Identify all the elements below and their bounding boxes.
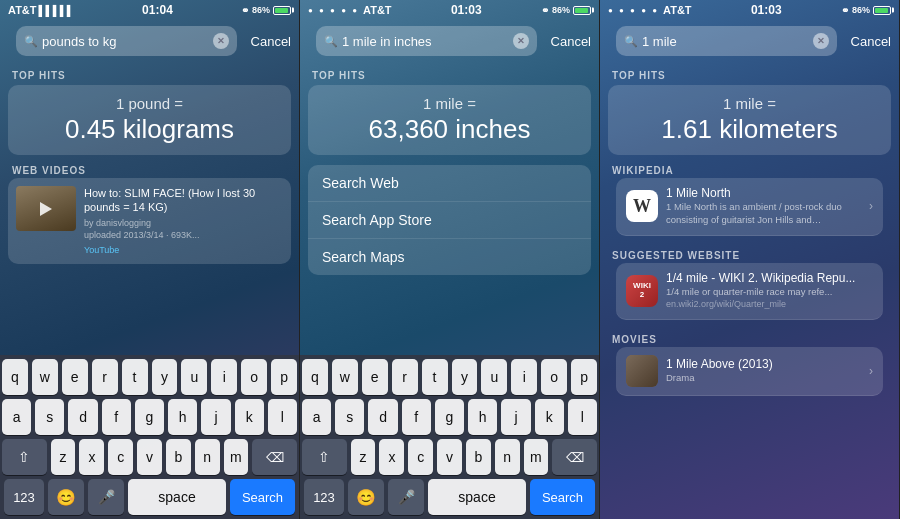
key-backspace[interactable]: ⌫ <box>252 439 297 475</box>
carrier-2: AT&T <box>363 4 392 16</box>
key-x[interactable]: x <box>79 439 104 475</box>
key2-u[interactable]: u <box>481 359 507 395</box>
key2-a[interactable]: a <box>302 399 331 435</box>
result-card-2: 1 mile = 63,360 inches <box>308 85 591 155</box>
key-u[interactable]: u <box>181 359 207 395</box>
key-s[interactable]: s <box>35 399 64 435</box>
key2-z[interactable]: z <box>351 439 376 475</box>
movie-item[interactable]: 1 Mile Above (2013) Drama › <box>616 347 883 396</box>
wiki-icon: W <box>626 190 658 222</box>
wiki2-item-desc: 1/4 mile or quarter-mile race may refe..… <box>666 286 873 312</box>
key2-b[interactable]: b <box>466 439 491 475</box>
key-p[interactable]: p <box>271 359 297 395</box>
search-web-option[interactable]: Search Web <box>308 165 591 202</box>
wiki-item-info: 1 Mile North 1 Mile North is an ambient … <box>666 186 861 227</box>
key-e[interactable]: e <box>62 359 88 395</box>
key-j[interactable]: j <box>201 399 230 435</box>
key2-w[interactable]: w <box>332 359 358 395</box>
key2-r[interactable]: r <box>392 359 418 395</box>
search-maps-option[interactable]: Search Maps <box>308 239 591 275</box>
key2-s[interactable]: s <box>335 399 364 435</box>
key-b[interactable]: b <box>166 439 191 475</box>
cancel-btn-1[interactable]: Cancel <box>251 34 291 49</box>
key-o[interactable]: o <box>241 359 267 395</box>
key-mic[interactable]: 🎤 <box>88 479 124 515</box>
video-item-1[interactable]: How to: SLIM FACE! (How I lost 30 pounds… <box>8 178 291 264</box>
key2-emoji[interactable]: 😊 <box>348 479 384 515</box>
search-bar-1[interactable]: 🔍 pounds to kg ✕ <box>16 26 237 56</box>
key-z[interactable]: z <box>51 439 76 475</box>
cancel-btn-3[interactable]: Cancel <box>851 34 891 49</box>
key2-m[interactable]: m <box>524 439 549 475</box>
key2-p[interactable]: p <box>571 359 597 395</box>
key-y[interactable]: y <box>152 359 178 395</box>
key2-backspace[interactable]: ⌫ <box>552 439 597 475</box>
key-h[interactable]: h <box>168 399 197 435</box>
key-v[interactable]: v <box>137 439 162 475</box>
cancel-btn-2[interactable]: Cancel <box>551 34 591 49</box>
result-equation-2: 1 mile = <box>320 95 579 112</box>
key-w[interactable]: w <box>32 359 58 395</box>
battery-bar-2 <box>573 6 591 15</box>
key-123[interactable]: 123 <box>4 479 44 515</box>
key2-g[interactable]: g <box>435 399 464 435</box>
search-bar-2[interactable]: 🔍 1 mile in inches ✕ <box>316 26 537 56</box>
key-search-1[interactable]: Search <box>230 479 295 515</box>
key2-d[interactable]: d <box>368 399 397 435</box>
key-t[interactable]: t <box>122 359 148 395</box>
key-emoji[interactable]: 😊 <box>48 479 84 515</box>
key2-h[interactable]: h <box>468 399 497 435</box>
top-hits-label-2: TOP HITS <box>300 64 599 85</box>
key2-mic[interactable]: 🎤 <box>388 479 424 515</box>
key2-l[interactable]: l <box>568 399 597 435</box>
key2-y[interactable]: y <box>452 359 478 395</box>
search-appstore-option[interactable]: Search App Store <box>308 202 591 239</box>
key-l[interactable]: l <box>268 399 297 435</box>
result-equation-1: 1 pound = <box>20 95 279 112</box>
key-d[interactable]: d <box>68 399 97 435</box>
key-f[interactable]: f <box>102 399 131 435</box>
key2-space[interactable]: space <box>428 479 526 515</box>
key2-j[interactable]: j <box>501 399 530 435</box>
search-bar-3[interactable]: 🔍 1 mile ✕ <box>616 26 837 56</box>
key2-e[interactable]: e <box>362 359 388 395</box>
key-c[interactable]: c <box>108 439 133 475</box>
top-hits-label-1: TOP HITS <box>0 64 299 85</box>
wikipedia-item[interactable]: W 1 Mile North 1 Mile North is an ambien… <box>616 178 883 236</box>
search-clear-3[interactable]: ✕ <box>813 33 829 49</box>
search-clear-1[interactable]: ✕ <box>213 33 229 49</box>
key2-shift[interactable]: ⇧ <box>302 439 347 475</box>
key-q[interactable]: q <box>2 359 28 395</box>
key-m[interactable]: m <box>224 439 249 475</box>
key2-v[interactable]: v <box>437 439 462 475</box>
suggested-website-item[interactable]: WIKI2 1/4 mile - WIKI 2. Wikipedia Repu.… <box>616 263 883 321</box>
search-query-2[interactable]: 1 mile in inches <box>342 34 509 49</box>
key-shift[interactable]: ⇧ <box>2 439 47 475</box>
search-query-1[interactable]: pounds to kg <box>42 34 209 49</box>
key-n[interactable]: n <box>195 439 220 475</box>
key2-o[interactable]: o <box>541 359 567 395</box>
key-search-2[interactable]: Search <box>530 479 595 515</box>
key2-c[interactable]: c <box>408 439 433 475</box>
key-g[interactable]: g <box>135 399 164 435</box>
key-space[interactable]: space <box>128 479 226 515</box>
time-3: 01:03 <box>751 3 782 17</box>
search-clear-2[interactable]: ✕ <box>513 33 529 49</box>
key-r[interactable]: r <box>92 359 118 395</box>
search-query-3[interactable]: 1 mile <box>642 34 809 49</box>
result-answer-1: 0.45 kilograms <box>20 114 279 145</box>
key2-x[interactable]: x <box>379 439 404 475</box>
key-i[interactable]: i <box>211 359 237 395</box>
key2-f[interactable]: f <box>402 399 431 435</box>
key2-123[interactable]: 123 <box>304 479 344 515</box>
key2-n[interactable]: n <box>495 439 520 475</box>
wikipedia-label: WIKIPEDIA <box>600 161 899 178</box>
key2-q[interactable]: q <box>302 359 328 395</box>
key2-t[interactable]: t <box>422 359 448 395</box>
key2-i[interactable]: i <box>511 359 537 395</box>
key-k[interactable]: k <box>235 399 264 435</box>
chevron-icon-wiki: › <box>869 199 873 213</box>
keyboard-1: q w e r t y u i o p a s d f g h j k l <box>0 355 299 519</box>
key2-k[interactable]: k <box>535 399 564 435</box>
key-a[interactable]: a <box>2 399 31 435</box>
